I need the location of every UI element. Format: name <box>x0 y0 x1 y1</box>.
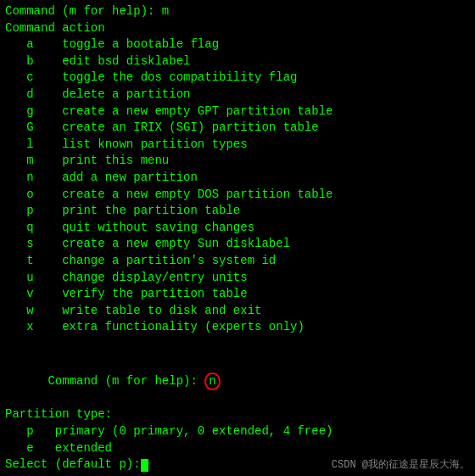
second-prompt-text: Command (m for help): <box>48 374 204 388</box>
menu-item-p: p print the partition table <box>5 203 470 220</box>
terminal: Command (m for help): m Command action a… <box>5 3 470 473</box>
command-action-line: Command action <box>5 20 470 37</box>
first-prompt-line: Command (m for help): m <box>5 3 470 20</box>
menu-item-g: g create a new empty GPT partition table <box>5 104 470 120</box>
second-prompt-line: Command (m for help): n <box>5 356 470 406</box>
partition-option-e: e extended <box>5 440 470 457</box>
menu-item-u: u change display/entry units <box>5 270 470 287</box>
select-prompt-line: Select (default p): CSDN @我的征途是星辰大海。 <box>5 456 470 473</box>
input-n-highlighted: n <box>204 372 220 390</box>
menu-item-x: x extra functionality (experts only) <box>5 319 470 336</box>
menu-item-b: b edit bsd disklabel <box>5 53 470 70</box>
select-prompt-text: Select (default p): <box>5 456 141 473</box>
partition-type-label: Partition type: <box>5 406 470 423</box>
menu-item-d: d delete a partition <box>5 87 470 104</box>
cursor-block <box>141 459 148 472</box>
menu-item-c: c toggle the dos compatibility flag <box>5 70 470 87</box>
menu-item-o: o create a new empty DOS partition table <box>5 187 470 204</box>
menu-item-t: t change a partition's system id <box>5 253 470 270</box>
menu-item-l: l list known partition types <box>5 137 470 154</box>
menu-item-n: n add a new partition <box>5 170 470 187</box>
menu-item-s: s create a new empty Sun disklabel <box>5 236 470 253</box>
menu-item-w: w write table to disk and exit <box>5 303 470 320</box>
watermark: CSDN @我的征途是星辰大海。 <box>332 458 470 473</box>
menu-item-G: G create an IRIX (SGI) partition table <box>5 120 470 137</box>
menu-item-q: q quit without saving changes <box>5 220 470 237</box>
menu-item-m: m print this menu <box>5 153 470 170</box>
menu-items-list: a toggle a bootable flag b edit bsd disk… <box>5 36 470 336</box>
menu-item-a: a toggle a bootable flag <box>5 36 470 53</box>
partition-option-p: p primary (0 primary, 0 extended, 4 free… <box>5 423 470 440</box>
menu-item-v: v verify the partition table <box>5 286 470 303</box>
second-prompt-section: Command (m for help): n Partition type: … <box>5 356 470 473</box>
